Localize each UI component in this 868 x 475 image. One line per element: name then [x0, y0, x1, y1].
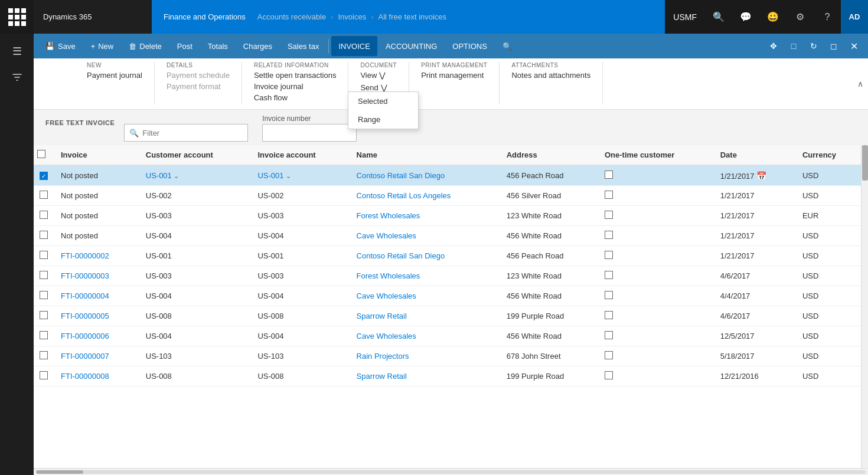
options-tab[interactable]: OPTIONS: [445, 36, 494, 56]
row-checkbox-cell[interactable]: [34, 246, 55, 266]
row-one-time[interactable]: [599, 346, 714, 366]
office-icon[interactable]: □: [784, 37, 803, 55]
header-check-col[interactable]: [34, 145, 55, 165]
filter-icon[interactable]: [4, 65, 30, 89]
row-invoice[interactable]: FTI-00000006: [55, 326, 140, 346]
row-checkbox-cell[interactable]: [34, 366, 55, 386]
smiley-icon[interactable]: 😀: [759, 0, 787, 34]
row-invoice[interactable]: Not posted: [55, 226, 140, 246]
refresh-icon[interactable]: ↻: [804, 37, 823, 55]
row-checkbox-cell[interactable]: [34, 306, 55, 326]
header-date[interactable]: Date: [714, 145, 797, 165]
row-date[interactable]: 12/21/2016: [714, 366, 797, 386]
row-checkbox[interactable]: [40, 351, 48, 359]
horizontal-scrollbar[interactable]: [34, 468, 868, 475]
row-checkbox[interactable]: [40, 371, 48, 379]
row-invoice-account[interactable]: US-001: [252, 246, 350, 266]
row-date[interactable]: 4/6/2017: [714, 266, 797, 286]
row-checkbox-cell[interactable]: [34, 206, 55, 226]
row-invoice-account[interactable]: US-004: [252, 226, 350, 246]
row-customer-account[interactable]: US-103: [140, 346, 252, 366]
vertical-scrollbar[interactable]: [861, 145, 868, 468]
row-date[interactable]: 4/6/2017: [714, 306, 797, 326]
row-checkbox-cell[interactable]: [34, 286, 55, 306]
one-time-checkbox[interactable]: [605, 271, 613, 279]
one-time-checkbox[interactable]: [605, 251, 613, 259]
accounting-tab[interactable]: ACCOUNTING: [378, 36, 444, 56]
one-time-checkbox[interactable]: [605, 351, 613, 359]
print-selected-item[interactable]: Selected: [348, 92, 418, 110]
row-checkbox[interactable]: [40, 231, 48, 239]
row-customer-account[interactable]: US-001 ⌄: [140, 165, 252, 186]
header-checkbox[interactable]: [37, 150, 45, 158]
notes-attachments-link[interactable]: Notes and attachments: [511, 71, 590, 80]
apps-button[interactable]: [0, 0, 34, 34]
row-checkbox-cell[interactable]: [34, 226, 55, 246]
row-customer-account[interactable]: US-004: [140, 326, 252, 346]
payment-format-link[interactable]: Payment format: [167, 82, 221, 91]
row-one-time[interactable]: [599, 286, 714, 306]
view-dropdown[interactable]: View ⋁: [360, 71, 397, 80]
invoice-number-input[interactable]: [262, 124, 357, 142]
settle-transactions-link[interactable]: Settle open transactions: [254, 71, 336, 80]
avatar[interactable]: AD: [841, 0, 868, 34]
row-one-time[interactable]: [599, 266, 714, 286]
row-date[interactable]: 1/21/2017: [714, 186, 797, 206]
one-time-checkbox[interactable]: [605, 191, 613, 199]
row-one-time[interactable]: [599, 186, 714, 206]
one-time-checkbox[interactable]: [605, 311, 613, 319]
row-invoice[interactable]: FTI-00000004: [55, 286, 140, 306]
row-checkbox[interactable]: [40, 311, 48, 319]
help-icon[interactable]: ?: [814, 0, 841, 34]
row-one-time[interactable]: [599, 366, 714, 386]
invoice-tab[interactable]: INVOICE: [331, 36, 377, 56]
breadcrumb-invoices[interactable]: Invoices: [338, 12, 366, 21]
row-checkbox[interactable]: [40, 191, 48, 199]
row-checkbox[interactable]: ✓: [40, 172, 48, 180]
print-range-item[interactable]: Range: [348, 110, 418, 129]
row-invoice-account[interactable]: US-002: [252, 186, 350, 206]
invoice-journal-link[interactable]: Invoice journal: [254, 82, 304, 91]
salestax-button[interactable]: Sales tax: [280, 36, 326, 56]
print-management-link[interactable]: Print management: [421, 71, 484, 80]
row-checkbox-cell[interactable]: [34, 326, 55, 346]
delete-button[interactable]: 🗑 Delete: [122, 36, 169, 56]
row-customer-account[interactable]: US-004: [140, 226, 252, 246]
row-checkbox[interactable]: [40, 211, 48, 219]
row-invoice-account[interactable]: US-004: [252, 326, 350, 346]
one-time-checkbox[interactable]: [605, 331, 613, 339]
row-one-time[interactable]: [599, 165, 714, 186]
row-checkbox[interactable]: [40, 271, 48, 279]
dynamics-brand[interactable]: Dynamics 365: [34, 0, 152, 34]
one-time-checkbox[interactable]: [605, 171, 613, 179]
row-date[interactable]: 1/21/2017: [714, 206, 797, 226]
row-invoice[interactable]: FTI-00000008: [55, 366, 140, 386]
post-button[interactable]: Post: [170, 36, 200, 56]
row-invoice-account[interactable]: US-003: [252, 266, 350, 286]
one-time-checkbox[interactable]: [605, 231, 613, 239]
row-invoice-account[interactable]: US-103: [252, 346, 350, 366]
row-customer-account[interactable]: US-002: [140, 186, 252, 206]
row-invoice[interactable]: Not posted: [55, 186, 140, 206]
cmd-search-button[interactable]: 🔍: [498, 37, 517, 55]
header-invoice[interactable]: Invoice: [55, 145, 140, 165]
settings-icon[interactable]: ⚙: [787, 0, 814, 34]
row-checkbox-cell[interactable]: [34, 266, 55, 286]
row-date[interactable]: 12/5/2017: [714, 326, 797, 346]
close-icon[interactable]: ✕: [844, 37, 863, 55]
ribbon-collapse-button[interactable]: ∧: [857, 79, 863, 89]
breadcrumb-ar[interactable]: Accounts receivable: [257, 12, 326, 21]
payment-schedule-link[interactable]: Payment schedule: [167, 71, 230, 80]
cash-flow-link[interactable]: Cash flow: [254, 93, 288, 102]
row-invoice[interactable]: Not posted: [55, 165, 140, 186]
one-time-checkbox[interactable]: [605, 211, 613, 219]
row-invoice-account[interactable]: US-001 ⌄: [252, 165, 350, 186]
filter-input[interactable]: [142, 129, 243, 137]
table-wrap[interactable]: Invoice Customer account Invoice account…: [34, 145, 861, 468]
row-date[interactable]: 1/21/2017 📅: [714, 165, 797, 186]
hamburger-icon[interactable]: ☰: [4, 40, 30, 63]
row-one-time[interactable]: [599, 326, 714, 346]
row-invoice[interactable]: Not posted: [55, 206, 140, 226]
row-invoice[interactable]: FTI-00000002: [55, 246, 140, 266]
row-one-time[interactable]: [599, 206, 714, 226]
